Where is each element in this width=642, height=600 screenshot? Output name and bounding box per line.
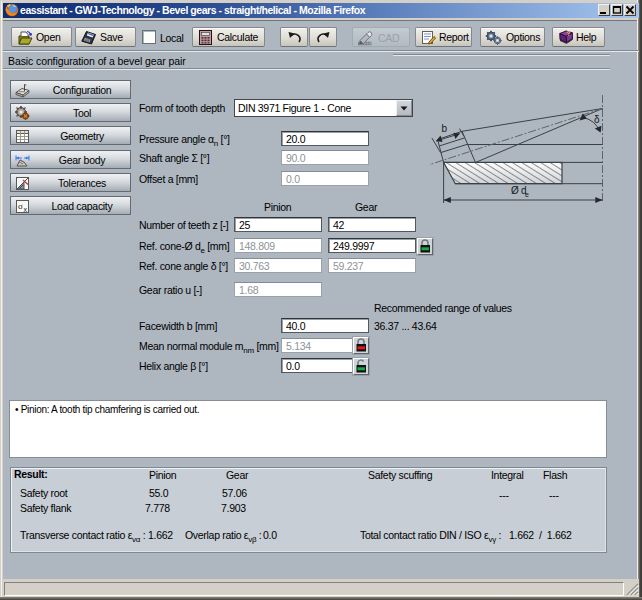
svg-text:σ: σ <box>18 201 23 211</box>
svg-text:b: b <box>442 123 448 134</box>
svg-text:δ: δ <box>594 114 600 125</box>
svg-text:e: e <box>525 191 529 198</box>
svg-text:Ø d: Ø d <box>511 185 526 196</box>
